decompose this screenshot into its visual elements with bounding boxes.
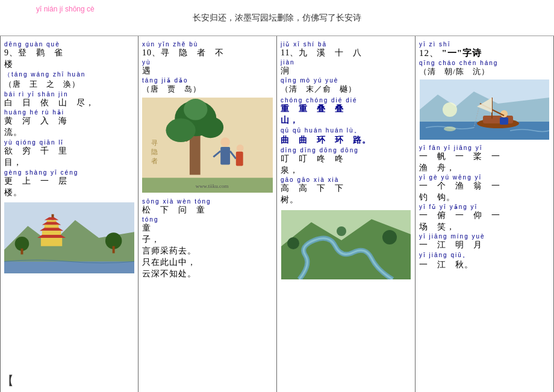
col3-line6: gāo gāo xià xià 高 高 下 下	[281, 176, 411, 194]
column-3: jiǔ xī shí bā 11、九 溪 十 八 jiàn 涧 qīng mò …	[277, 36, 416, 392]
col4-line6: 场 笑，	[419, 222, 550, 232]
col1-title-pinyin: dēng guàn què 9、登 鹳 雀	[4, 41, 134, 58]
svg-point-38	[337, 226, 346, 236]
col4-line8: yī jiāng qiū。 一 江 秋。	[419, 251, 550, 270]
header-text: 长安归还，浓墨写园坛删除，仿佛写了长安诗	[193, 12, 361, 24]
col4-title: yī zì shī 12、 "一"字诗	[419, 41, 550, 59]
col4-line1: yī fān yī jiāng yī 一 帆 一 桨 一	[419, 145, 550, 162]
col2-line4: 只在此山中，	[142, 257, 273, 268]
svg-point-36	[287, 237, 299, 249]
col1-line5: 目，	[4, 157, 134, 168]
svg-rect-43	[483, 116, 513, 123]
svg-rect-14	[113, 246, 115, 254]
col3-attr: qīng mò yú yuè （清 末／俞 樾）	[281, 77, 411, 95]
svg-point-37	[382, 230, 397, 244]
col3-line1: chóng chóng dié dié 重 重 叠 叠	[281, 97, 411, 114]
col1-illustration	[4, 202, 134, 276]
col2-line1: sōng xià wèn tóng 松 下 问 童	[142, 198, 273, 216]
svg-rect-10	[41, 238, 62, 246]
col2-title: xún yǐn zhě bù 10、寻 隐 者 不	[142, 41, 273, 58]
col1-line7: 楼。	[4, 187, 134, 198]
svg-point-50	[443, 102, 457, 117]
col2-attr: táng jiǎ dǎo （唐 贾 岛）	[142, 77, 273, 95]
svg-text:寻: 寻	[151, 139, 158, 146]
svg-point-21	[198, 117, 223, 138]
col4-attr: qīng cháo chén háng （清 朝/陈 沆）	[419, 60, 550, 77]
col1-line3: 流。	[4, 127, 134, 138]
col3-line7: 树。	[281, 194, 411, 205]
col3-illustration	[281, 210, 411, 282]
col4-line7: yī jiāng míng yuè 一 江 明 月	[419, 233, 550, 250]
col2-line3: 言师采药去。	[142, 246, 273, 257]
col1-line1: bái rì yī shān jìn 白 日 依 山 尽，	[4, 91, 134, 108]
svg-point-22	[184, 99, 207, 120]
svg-point-51	[444, 126, 456, 131]
column-2: xún yǐn zhě bù 10、寻 隐 者 不 yù 遇 táng jiǎ …	[138, 36, 277, 392]
col4-illustration	[419, 79, 550, 142]
svg-point-27	[237, 145, 244, 152]
col2-illustration: 寻 隐 者 www.tiiku.com	[142, 97, 273, 196]
svg-point-20	[166, 119, 195, 142]
svg-rect-12	[20, 249, 23, 255]
col1-line4: yù qióng qiān lǐ 欲 穷 千 里	[4, 139, 134, 157]
svg-rect-28	[236, 152, 243, 166]
svg-text:者: 者	[151, 157, 158, 164]
top-header: yī nián jí shōng cè 长安归还，浓墨写园坛删除，仿佛写了长安诗	[0, 0, 554, 36]
col3-title-sub: jiàn 涧	[281, 59, 411, 76]
column-4: yī zì shī 12、 "一"字诗 qīng cháo chén háng …	[416, 36, 554, 392]
col2-line-tong: tóng 童	[142, 216, 273, 234]
svg-point-23	[220, 137, 230, 147]
svg-rect-15	[4, 261, 134, 273]
col1-line2: huáng hé rù hǎi 黄 河 入 海	[4, 109, 134, 126]
col3-line4: dīng dīng dōng dōng 叮 叮 咚 咚	[281, 147, 411, 164]
col4-line5: yī fǔ yī yǎng yī 一 俯 一 仰 一	[419, 204, 550, 221]
col4-line2: 渔 舟，	[419, 163, 550, 173]
column-1: dēng guàn què 9、登 鹳 雀 楼 （táng wáng zhī h…	[0, 36, 138, 392]
col2-line5: 云深不知处。	[142, 269, 273, 279]
svg-marker-9	[37, 235, 66, 238]
pink-label: yī nián jí shōng cè	[36, 5, 95, 13]
main-content: dēng guàn què 9、登 鹳 雀 楼 （táng wáng zhī h…	[0, 36, 554, 392]
col1-title-sub: 楼	[4, 59, 134, 70]
col3-line5: 泉，	[281, 165, 411, 176]
col4-line3: yī gè yú wēng yī 一 个 渔 翁 一	[419, 174, 550, 191]
bracket-left: 【	[4, 373, 14, 387]
col1-attr: （táng wáng zhī huàn （唐 王 之 涣）	[4, 70, 134, 90]
col2-title-sub: yù 遇	[142, 59, 273, 76]
col3-line3: qū qū huán huán lù。 曲 曲 环 环 路。	[281, 126, 411, 146]
col3-title: jiǔ xī shí bā 11、九 溪 十 八	[281, 41, 411, 58]
svg-text:隐: 隐	[151, 148, 158, 155]
svg-rect-45	[500, 117, 508, 125]
col2-line2: 子，	[142, 234, 273, 245]
col4-line4: 钓 钩。	[419, 192, 550, 203]
svg-rect-24	[220, 147, 230, 165]
svg-text:www.tiiku.com: www.tiiku.com	[196, 183, 229, 189]
col3-line2: 山，	[281, 115, 411, 126]
col1-line6: gèng shàng yī céng 更 上 一 层	[4, 169, 134, 187]
